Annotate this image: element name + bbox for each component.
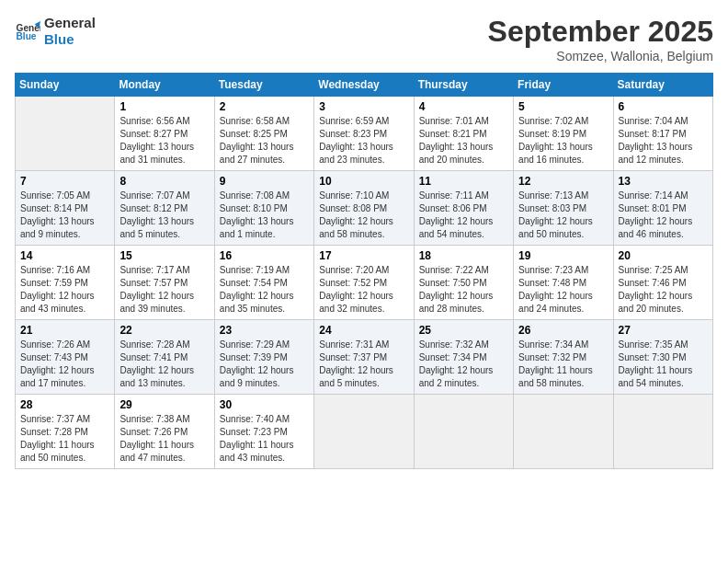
calendar-cell xyxy=(314,395,414,469)
day-number: 4 xyxy=(419,100,508,113)
day-info: Sunrise: 7:14 AMSunset: 8:01 PMDaylight:… xyxy=(619,190,708,241)
day-number: 3 xyxy=(319,100,408,113)
day-number: 17 xyxy=(319,249,408,262)
weekday-header: Saturday xyxy=(613,74,712,97)
day-number: 5 xyxy=(518,100,608,113)
day-number: 30 xyxy=(220,398,309,411)
day-number: 21 xyxy=(20,324,109,337)
calendar-cell: 3Sunrise: 6:59 AMSunset: 8:23 PMDaylight… xyxy=(314,97,414,171)
location: Somzee, Wallonia, Belgium xyxy=(488,49,713,63)
day-number: 24 xyxy=(319,324,408,337)
day-info: Sunrise: 7:02 AMSunset: 8:19 PMDaylight:… xyxy=(518,115,608,167)
calendar-cell: 28Sunrise: 7:37 AMSunset: 7:28 PMDayligh… xyxy=(16,395,115,469)
day-info: Sunrise: 7:31 AMSunset: 7:37 PMDaylight:… xyxy=(319,339,408,390)
calendar-week-row: 14Sunrise: 7:16 AMSunset: 7:59 PMDayligh… xyxy=(16,246,713,320)
day-number: 20 xyxy=(619,249,708,262)
title-block: September 2025 Somzee, Wallonia, Belgium xyxy=(488,15,713,63)
calendar-cell: 29Sunrise: 7:38 AMSunset: 7:26 PMDayligh… xyxy=(115,395,214,469)
calendar-cell: 4Sunrise: 7:01 AMSunset: 8:21 PMDaylight… xyxy=(414,97,513,171)
day-number: 13 xyxy=(619,175,708,188)
calendar-cell xyxy=(613,395,712,469)
calendar-week-row: 28Sunrise: 7:37 AMSunset: 7:28 PMDayligh… xyxy=(16,395,713,469)
weekday-header: Wednesday xyxy=(314,74,414,97)
calendar-cell: 17Sunrise: 7:20 AMSunset: 7:52 PMDayligh… xyxy=(314,246,414,320)
calendar-cell: 5Sunrise: 7:02 AMSunset: 8:19 PMDaylight… xyxy=(514,97,613,171)
calendar-cell: 13Sunrise: 7:14 AMSunset: 8:01 PMDayligh… xyxy=(613,171,712,246)
svg-text:Blue: Blue xyxy=(17,31,37,41)
day-number: 27 xyxy=(619,324,708,337)
page-header: General Blue General Blue September 2025… xyxy=(15,15,713,63)
day-number: 1 xyxy=(119,100,209,113)
calendar-cell xyxy=(514,395,613,469)
calendar-cell: 11Sunrise: 7:11 AMSunset: 8:06 PMDayligh… xyxy=(414,171,513,246)
logo-line1: General xyxy=(44,15,96,31)
day-info: Sunrise: 7:17 AMSunset: 7:57 PMDaylight:… xyxy=(119,264,209,316)
calendar-cell: 27Sunrise: 7:35 AMSunset: 7:30 PMDayligh… xyxy=(613,320,712,395)
calendar-cell: 19Sunrise: 7:23 AMSunset: 7:48 PMDayligh… xyxy=(514,246,613,320)
day-number: 19 xyxy=(518,249,608,262)
day-info: Sunrise: 7:11 AMSunset: 8:06 PMDaylight:… xyxy=(419,190,508,241)
day-info: Sunrise: 7:37 AMSunset: 7:28 PMDaylight:… xyxy=(20,413,109,465)
day-info: Sunrise: 7:25 AMSunset: 7:46 PMDaylight:… xyxy=(619,264,708,316)
calendar-cell: 6Sunrise: 7:04 AMSunset: 8:17 PMDaylight… xyxy=(613,97,712,171)
day-number: 25 xyxy=(419,324,508,337)
calendar-body: 1Sunrise: 6:56 AMSunset: 8:27 PMDaylight… xyxy=(16,97,713,469)
calendar-cell: 30Sunrise: 7:40 AMSunset: 7:23 PMDayligh… xyxy=(214,395,313,469)
weekday-header: Thursday xyxy=(414,74,513,97)
calendar-cell: 15Sunrise: 7:17 AMSunset: 7:57 PMDayligh… xyxy=(115,246,214,320)
day-info: Sunrise: 7:28 AMSunset: 7:41 PMDaylight:… xyxy=(119,339,209,390)
day-info: Sunrise: 7:40 AMSunset: 7:23 PMDaylight:… xyxy=(220,413,309,465)
day-number: 29 xyxy=(119,398,209,411)
calendar-week-row: 1Sunrise: 6:56 AMSunset: 8:27 PMDaylight… xyxy=(16,97,713,171)
day-info: Sunrise: 7:10 AMSunset: 8:08 PMDaylight:… xyxy=(319,190,408,241)
day-number: 26 xyxy=(518,324,608,337)
day-number: 14 xyxy=(20,249,109,262)
day-number: 16 xyxy=(220,249,309,262)
calendar-cell: 21Sunrise: 7:26 AMSunset: 7:43 PMDayligh… xyxy=(16,320,115,395)
calendar-cell: 23Sunrise: 7:29 AMSunset: 7:39 PMDayligh… xyxy=(214,320,313,395)
day-info: Sunrise: 7:13 AMSunset: 8:03 PMDaylight:… xyxy=(518,190,608,241)
calendar-cell: 7Sunrise: 7:05 AMSunset: 8:14 PMDaylight… xyxy=(16,171,115,246)
calendar-cell: 18Sunrise: 7:22 AMSunset: 7:50 PMDayligh… xyxy=(414,246,513,320)
day-info: Sunrise: 7:38 AMSunset: 7:26 PMDaylight:… xyxy=(119,413,209,465)
day-info: Sunrise: 7:19 AMSunset: 7:54 PMDaylight:… xyxy=(220,264,309,316)
weekday-header: Sunday xyxy=(16,74,115,97)
calendar-cell: 16Sunrise: 7:19 AMSunset: 7:54 PMDayligh… xyxy=(214,246,313,320)
day-number: 6 xyxy=(619,100,708,113)
calendar-cell: 10Sunrise: 7:10 AMSunset: 8:08 PMDayligh… xyxy=(314,171,414,246)
day-info: Sunrise: 6:56 AMSunset: 8:27 PMDaylight:… xyxy=(119,115,209,167)
day-number: 22 xyxy=(119,324,209,337)
day-info: Sunrise: 6:58 AMSunset: 8:25 PMDaylight:… xyxy=(220,115,309,167)
month-title: September 2025 xyxy=(488,15,713,49)
day-info: Sunrise: 7:26 AMSunset: 7:43 PMDaylight:… xyxy=(20,339,109,390)
calendar-cell xyxy=(414,395,513,469)
calendar-cell xyxy=(16,97,115,171)
day-info: Sunrise: 7:20 AMSunset: 7:52 PMDaylight:… xyxy=(319,264,408,316)
day-info: Sunrise: 7:07 AMSunset: 8:12 PMDaylight:… xyxy=(119,190,209,241)
day-info: Sunrise: 7:32 AMSunset: 7:34 PMDaylight:… xyxy=(419,339,508,390)
day-info: Sunrise: 7:16 AMSunset: 7:59 PMDaylight:… xyxy=(20,264,109,316)
day-info: Sunrise: 7:29 AMSunset: 7:39 PMDaylight:… xyxy=(220,339,309,390)
calendar-cell: 2Sunrise: 6:58 AMSunset: 8:25 PMDaylight… xyxy=(214,97,313,171)
day-info: Sunrise: 7:04 AMSunset: 8:17 PMDaylight:… xyxy=(619,115,708,167)
calendar-cell: 12Sunrise: 7:13 AMSunset: 8:03 PMDayligh… xyxy=(514,171,613,246)
logo-icon: General Blue xyxy=(15,18,40,44)
day-number: 28 xyxy=(20,398,109,411)
day-info: Sunrise: 7:08 AMSunset: 8:10 PMDaylight:… xyxy=(220,190,309,241)
day-number: 2 xyxy=(220,100,309,113)
day-info: Sunrise: 7:23 AMSunset: 7:48 PMDaylight:… xyxy=(518,264,608,316)
calendar-cell: 8Sunrise: 7:07 AMSunset: 8:12 PMDaylight… xyxy=(115,171,214,246)
calendar-cell: 26Sunrise: 7:34 AMSunset: 7:32 PMDayligh… xyxy=(514,320,613,395)
day-info: Sunrise: 6:59 AMSunset: 8:23 PMDaylight:… xyxy=(319,115,408,167)
calendar-cell: 22Sunrise: 7:28 AMSunset: 7:41 PMDayligh… xyxy=(115,320,214,395)
calendar-cell: 25Sunrise: 7:32 AMSunset: 7:34 PMDayligh… xyxy=(414,320,513,395)
logo-line2: Blue xyxy=(44,31,96,48)
calendar-cell: 1Sunrise: 6:56 AMSunset: 8:27 PMDaylight… xyxy=(115,97,214,171)
calendar-cell: 14Sunrise: 7:16 AMSunset: 7:59 PMDayligh… xyxy=(16,246,115,320)
day-info: Sunrise: 7:01 AMSunset: 8:21 PMDaylight:… xyxy=(419,115,508,167)
day-number: 9 xyxy=(220,175,309,188)
day-info: Sunrise: 7:05 AMSunset: 8:14 PMDaylight:… xyxy=(20,190,109,241)
day-number: 12 xyxy=(518,175,608,188)
calendar-cell: 20Sunrise: 7:25 AMSunset: 7:46 PMDayligh… xyxy=(613,246,712,320)
day-info: Sunrise: 7:34 AMSunset: 7:32 PMDaylight:… xyxy=(518,339,608,390)
